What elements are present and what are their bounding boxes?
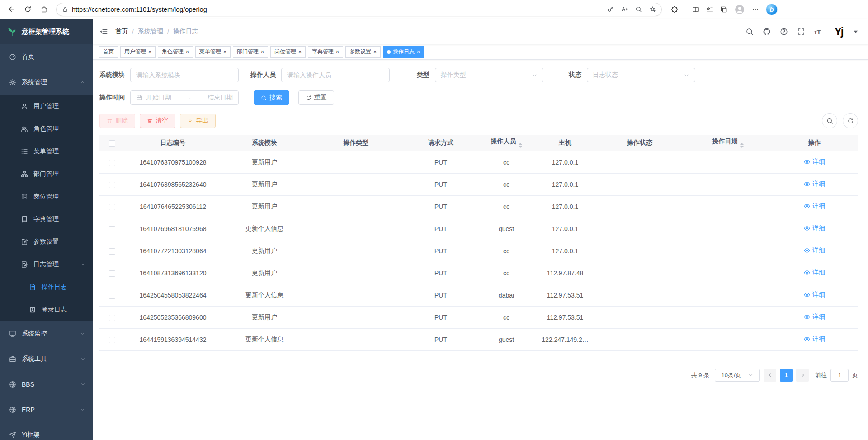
close-tab-icon[interactable]: × xyxy=(261,49,264,55)
sidebar-item-参数设置[interactable]: 参数设置 xyxy=(0,231,93,253)
close-tab-icon[interactable]: × xyxy=(298,49,302,55)
sidebar-item-BBS[interactable]: BBS xyxy=(0,372,93,397)
tab-首页[interactable]: 首页 xyxy=(99,46,118,58)
date-range-picker[interactable]: 开始日期 - 结束日期 xyxy=(130,90,239,105)
tab-用户管理[interactable]: 用户管理× xyxy=(120,46,156,58)
sidebar-toggle-icon[interactable] xyxy=(99,27,108,36)
detail-link[interactable]: 详细 xyxy=(804,180,825,188)
column-header-操作日期[interactable]: 操作日期 xyxy=(685,135,771,151)
detail-link[interactable]: 详细 xyxy=(804,313,825,321)
sidebar-item-日志管理[interactable]: 日志管理 xyxy=(0,253,93,276)
tab-操作日志[interactable]: 操作日志× xyxy=(383,46,424,58)
help-icon[interactable] xyxy=(780,28,788,36)
module-filter-input[interactable] xyxy=(130,68,239,82)
tab-菜单管理[interactable]: 菜单管理× xyxy=(195,46,231,58)
browser-menu-icon[interactable] xyxy=(752,6,759,13)
sidebar-item-ERP[interactable]: ERP xyxy=(0,397,93,422)
clear-button[interactable]: 清空 xyxy=(140,114,175,128)
browser-back-icon[interactable] xyxy=(5,3,18,16)
sort-carets-icon[interactable] xyxy=(740,143,744,148)
prev-page-button[interactable] xyxy=(764,369,776,382)
sidebar-item-角色管理[interactable]: 角色管理 xyxy=(0,118,93,140)
breadcrumb-item[interactable]: 首页 xyxy=(115,28,128,36)
row-checkbox[interactable] xyxy=(109,337,115,343)
add-favorite-icon[interactable] xyxy=(649,6,656,13)
detail-link[interactable]: 详细 xyxy=(804,158,825,166)
avatar-caret-icon[interactable] xyxy=(852,28,860,36)
next-page-button[interactable] xyxy=(796,369,809,382)
detail-link[interactable]: 详细 xyxy=(804,246,825,255)
row-checkbox[interactable] xyxy=(109,182,115,188)
search-button[interactable]: 搜索 xyxy=(254,90,289,105)
password-key-icon[interactable] xyxy=(607,6,614,13)
row-checkbox[interactable] xyxy=(109,204,115,210)
tab-角色管理[interactable]: 角色管理× xyxy=(158,46,193,58)
show-search-toggle-icon[interactable] xyxy=(822,113,837,128)
close-tab-icon[interactable]: × xyxy=(148,49,151,55)
table-refresh-icon[interactable] xyxy=(843,113,858,128)
close-tab-icon[interactable]: × xyxy=(186,49,189,55)
github-icon[interactable] xyxy=(763,28,771,36)
tab-部门管理[interactable]: 部门管理× xyxy=(233,46,268,58)
close-tab-icon[interactable]: × xyxy=(417,49,420,55)
status-filter-select[interactable]: 日志状态 xyxy=(587,68,695,82)
detail-link[interactable]: 详细 xyxy=(804,269,825,277)
sidebar-item-系统管理[interactable]: 系统管理 xyxy=(0,70,93,95)
sidebar-item-用户管理[interactable]: 用户管理 xyxy=(0,95,93,118)
zoom-out-icon[interactable] xyxy=(635,6,642,13)
extensions-icon[interactable] xyxy=(671,6,678,13)
sort-carets-icon[interactable] xyxy=(519,143,522,148)
goto-page-input[interactable] xyxy=(830,369,849,382)
close-tab-icon[interactable]: × xyxy=(373,49,377,55)
browser-refresh-icon[interactable] xyxy=(21,3,34,16)
reset-button[interactable]: 重置 xyxy=(298,90,334,105)
sidebar-item-首页[interactable]: 首页 xyxy=(0,44,93,70)
type-filter-select[interactable]: 操作类型 xyxy=(435,68,543,82)
read-aloud-icon[interactable] xyxy=(621,6,628,13)
detail-link[interactable]: 详细 xyxy=(804,202,825,210)
page-size-select[interactable]: 10条/页 xyxy=(715,369,760,382)
row-checkbox[interactable] xyxy=(109,293,115,299)
collections-icon[interactable] xyxy=(720,6,727,13)
tab-字典管理[interactable]: 字典管理× xyxy=(308,46,343,58)
sidebar-item-系统工具[interactable]: 系统工具 xyxy=(0,346,93,372)
browser-profile-avatar[interactable] xyxy=(734,4,745,15)
row-checkbox[interactable] xyxy=(109,315,115,321)
favorites-icon[interactable] xyxy=(706,6,713,13)
operator-filter-input[interactable] xyxy=(281,68,390,82)
split-screen-icon[interactable] xyxy=(692,6,699,13)
browser-home-icon[interactable] xyxy=(37,3,51,16)
page-number-1[interactable]: 1 xyxy=(780,369,793,382)
fullscreen-icon[interactable] xyxy=(797,28,805,36)
tab-岗位管理[interactable]: 岗位管理× xyxy=(270,46,306,58)
sidebar-item-部门管理[interactable]: 部门管理 xyxy=(0,163,93,185)
sidebar-item-字典管理[interactable]: 字典管理 xyxy=(0,208,93,231)
tab-参数设置[interactable]: 参数设置× xyxy=(345,46,381,58)
row-checkbox[interactable] xyxy=(109,160,115,166)
row-checkbox[interactable] xyxy=(109,270,115,277)
sidebar-item-岗位管理[interactable]: 岗位管理 xyxy=(0,185,93,208)
detail-link[interactable]: 详细 xyxy=(804,291,825,299)
sidebar-item-菜单管理[interactable]: 菜单管理 xyxy=(0,140,93,163)
font-size-icon[interactable]: TT xyxy=(814,28,821,36)
header-search-icon[interactable] xyxy=(745,28,754,36)
export-button[interactable]: 导出 xyxy=(180,114,216,128)
delete-button[interactable]: 删除 xyxy=(99,114,135,128)
close-tab-icon[interactable]: × xyxy=(336,49,339,55)
row-checkbox[interactable] xyxy=(109,248,115,255)
sidebar-item-系统监控[interactable]: 系统监控 xyxy=(0,321,93,346)
detail-link[interactable]: 详细 xyxy=(804,224,825,232)
user-avatar[interactable]: Yj xyxy=(830,23,847,40)
sidebar-item-操作日志[interactable]: 操作日志 xyxy=(0,276,93,298)
select-all-checkbox[interactable] xyxy=(109,140,115,147)
address-bar[interactable]: https://ccnetcore.com:1101/system/log/op… xyxy=(56,3,662,16)
sidebar-item-Yi框架[interactable]: Yi框架 xyxy=(0,422,93,440)
sidebar-item-登录日志[interactable]: 登录日志 xyxy=(0,298,93,321)
detail-link[interactable]: 详细 xyxy=(804,335,825,343)
close-tab-icon[interactable]: × xyxy=(223,49,226,55)
row-checkbox[interactable] xyxy=(109,226,115,232)
column-header-操作人员[interactable]: 操作人员 xyxy=(477,135,536,151)
logo[interactable]: 意框架管理系统 xyxy=(0,19,93,44)
lock-icon[interactable] xyxy=(62,6,68,13)
edge-copilot-icon[interactable]: b xyxy=(766,4,778,15)
